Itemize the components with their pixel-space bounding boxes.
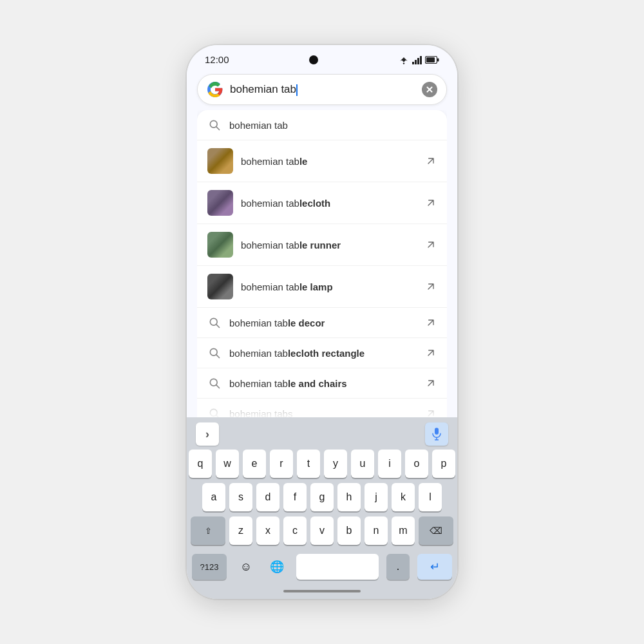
key-u[interactable]: u [351,450,374,478]
search-bar-wrapper: bohemian tab [187,69,457,105]
keyboard: › q w e r t y u i o p [187,417,457,599]
emoji-key[interactable]: ☺ [234,554,258,580]
key-l[interactable]: l [419,483,442,511]
key-m[interactable]: m [392,516,415,545]
key-a[interactable]: a [202,483,225,511]
phone-frame: 12:00 [187,45,457,599]
svg-line-17 [216,415,220,417]
search-bar[interactable]: bohemian tab [197,74,447,105]
key-p[interactable]: p [432,450,455,478]
cursor [296,84,298,96]
key-k[interactable]: k [392,483,415,511]
chevron-right-button[interactable]: › [196,422,219,446]
key-y[interactable]: y [324,450,347,478]
arrow-icon-4 [425,239,437,251]
key-row-3: ⇧ z x c v b n m ⌫ [189,516,455,545]
clear-button[interactable] [422,82,437,97]
svg-line-11 [216,325,220,328]
key-r[interactable]: r [270,450,293,478]
arrow-icon-5 [425,281,437,292]
key-h[interactable]: h [337,483,361,511]
svg-rect-3 [417,58,419,64]
home-indicator [187,585,457,599]
suggestion-item-9[interactable]: bohemian tabs [197,399,447,417]
svg-line-13 [216,355,220,358]
suggestion-item-3[interactable]: bohemian tablecloth [197,182,447,224]
period-key[interactable]: . [386,554,410,580]
key-s[interactable]: s [229,483,252,511]
arrow-icon-7 [425,347,437,359]
key-q[interactable]: q [189,450,212,478]
key-x[interactable]: x [256,516,279,545]
key-f[interactable]: f [283,483,307,511]
signal-icon [412,55,422,64]
battery-icon [425,56,439,64]
suggestion-item-8[interactable]: bohemian table and chairs [197,368,447,399]
keyboard-toolbar: › [187,417,457,448]
key-t[interactable]: t [297,450,320,478]
mic-button[interactable] [425,422,448,446]
arrow-icon-9 [425,408,437,417]
keyboard-bottom-row: ?123 ☺ 🌐 . ↵ [187,551,457,585]
key-c[interactable]: c [283,516,307,545]
home-bar [283,590,361,592]
key-o[interactable]: o [405,450,428,478]
space-key[interactable] [296,554,379,580]
suggestion-text-3: bohemian tablecloth [241,198,417,209]
suggestion-text-8: bohemian table and chairs [229,378,417,389]
svg-line-9 [216,127,220,130]
backspace-key[interactable]: ⌫ [419,516,453,545]
svg-rect-4 [420,56,422,64]
suggestion-text-2: bohemian table [241,156,417,167]
keyboard-rows: q w e r t y u i o p a s d f g h j k [187,448,457,551]
suggestion-text-1: bohemian tab [229,120,437,131]
svg-rect-2 [415,60,417,64]
svg-rect-7 [426,57,435,62]
arrow-icon-8 [425,377,437,389]
key-123-button[interactable]: ?123 [192,554,227,580]
suggestion-item-1[interactable]: bohemian tab [197,110,447,140]
key-n[interactable]: n [365,516,388,545]
suggestion-thumb-4 [207,232,233,258]
arrow-icon-6 [425,317,437,328]
shift-key[interactable]: ⇧ [191,516,225,545]
suggestion-item-7[interactable]: bohemian tablecloth rectangle [197,338,447,368]
key-w[interactable]: w [216,450,239,478]
arrow-icon-3 [425,197,437,209]
svg-rect-1 [412,62,414,64]
key-d[interactable]: d [256,483,279,511]
key-row-1: q w e r t y u i o p [189,450,455,478]
suggestion-item-6[interactable]: bohemian table decor [197,308,447,338]
svg-point-0 [403,62,404,64]
suggestions-container: bohemian tab bohemian table bohemian tab… [197,110,447,417]
google-logo [207,81,223,98]
search-icon-6 [207,316,222,330]
status-time: 12:00 [205,54,229,65]
key-v[interactable]: v [310,516,334,545]
key-i[interactable]: i [378,450,401,478]
suggestion-text-5: bohemian table lamp [241,281,417,292]
status-bar: 12:00 [187,45,457,69]
search-query-text: bohemian tab [230,83,296,95]
status-icons [398,55,439,64]
enter-key[interactable]: ↵ [417,554,452,580]
suggestion-item-5[interactable]: bohemian table lamp [197,266,447,308]
search-icon-7 [207,346,222,360]
suggestion-item-2[interactable]: bohemian table [197,140,447,182]
wifi-icon [398,55,410,64]
suggestion-thumb-5 [207,274,233,299]
search-icon-1 [207,118,222,132]
suggestion-thumb-2 [207,148,233,174]
globe-key[interactable]: 🌐 [265,554,289,580]
suggestion-text-7: bohemian tablecloth rectangle [229,348,417,359]
key-e[interactable]: e [243,450,266,478]
search-input[interactable]: bohemian tab [230,83,415,96]
key-z[interactable]: z [229,516,252,545]
suggestion-item-4[interactable]: bohemian table runner [197,224,447,266]
svg-rect-6 [437,58,439,61]
key-j[interactable]: j [365,483,388,511]
key-g[interactable]: g [310,483,334,511]
front-camera [309,55,318,64]
key-row-2: a s d f g h j k l [189,483,455,511]
key-b[interactable]: b [337,516,361,545]
